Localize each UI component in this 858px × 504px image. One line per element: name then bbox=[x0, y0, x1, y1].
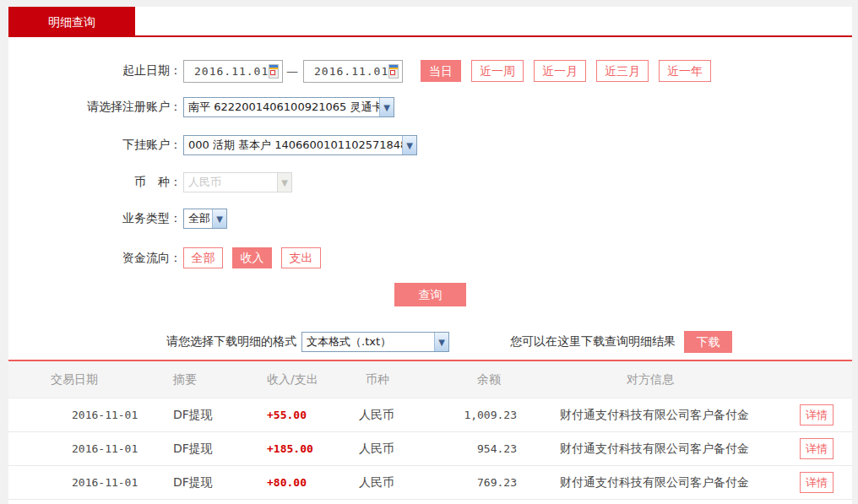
fund-flow-income-button[interactable]: 收入 bbox=[232, 247, 272, 268]
col-header-currency: 币种 bbox=[342, 361, 452, 398]
transactions-table: 交易日期 摘要 收入/支出 币种 余额 对方信息 2016-11-01 DF提现… bbox=[8, 360, 852, 500]
registered-account-select[interactable]: 南平 6222001406100921065 灵通卡 ▼ bbox=[183, 97, 394, 117]
calendar-icon[interactable] bbox=[388, 64, 399, 79]
sub-account-value: 000 活期 基本户 1406600101102571848 bbox=[184, 138, 402, 153]
quick-range-week-button[interactable]: 近一周 bbox=[471, 60, 524, 82]
table-header-row: 交易日期 摘要 收入/支出 币种 余额 对方信息 bbox=[8, 361, 852, 398]
chevron-down-icon: ▼ bbox=[434, 333, 448, 351]
table-row: 2016-11-01 DF提现 +80.00 人民币 769.23 财付通支付科… bbox=[8, 466, 852, 500]
download-button[interactable]: 下载 bbox=[684, 331, 732, 353]
fund-flow-expense-button[interactable]: 支出 bbox=[281, 247, 321, 268]
query-row: 查询 bbox=[8, 283, 852, 306]
cell-date: 2016-11-01 bbox=[8, 398, 152, 432]
col-header-date: 交易日期 bbox=[8, 361, 152, 398]
registered-account-row: 请选择注册账户： 南平 6222001406100921065 灵通卡 ▼ bbox=[8, 97, 852, 117]
fund-flow-row: 资金流向： 全部 收入 支出 bbox=[8, 247, 852, 268]
date-range-label: 起止日期： bbox=[8, 63, 182, 79]
cell-counterparty: 财付通支付科技有限公司客户备付金 bbox=[545, 432, 781, 466]
detail-button[interactable]: 详情 bbox=[800, 404, 834, 425]
cell-summary: DF提现 bbox=[152, 466, 245, 500]
chevron-down-icon: ▼ bbox=[277, 173, 291, 192]
query-button[interactable]: 查询 bbox=[394, 283, 466, 306]
table-row: 2016-11-01 DF提现 +55.00 人民币 1,009.23 财付通支… bbox=[8, 398, 852, 432]
download-format-select[interactable]: 文本格式（.txt） ▼ bbox=[301, 332, 449, 352]
tab-detail-query[interactable]: 明细查询 bbox=[8, 7, 135, 37]
col-header-amount: 收入/支出 bbox=[245, 361, 342, 398]
fund-flow-all-button[interactable]: 全部 bbox=[183, 247, 223, 268]
cell-counterparty: 财付通支付科技有限公司客户备付金 bbox=[545, 466, 781, 500]
quick-range-quarter-button[interactable]: 近三月 bbox=[596, 60, 649, 82]
end-date-input[interactable]: 2016.11.01 bbox=[303, 60, 403, 83]
cell-action: 详情 bbox=[781, 398, 852, 432]
cell-action: 详情 bbox=[781, 466, 852, 500]
cell-balance: 954.23 bbox=[452, 432, 545, 466]
col-header-summary: 摘要 bbox=[152, 361, 245, 398]
cell-currency: 人民币 bbox=[342, 432, 452, 466]
currency-label: 币 种： bbox=[8, 175, 182, 190]
cell-balance: 769.23 bbox=[452, 466, 545, 500]
registered-account-label: 请选择注册账户： bbox=[8, 100, 182, 115]
col-header-balance: 余额 bbox=[452, 361, 545, 398]
cell-currency: 人民币 bbox=[342, 466, 452, 500]
page: { "tab": { "label": "明细查询" }, "form": { … bbox=[0, 0, 858, 504]
currency-value: 人民币 bbox=[184, 175, 221, 190]
chevron-down-icon: ▼ bbox=[379, 98, 394, 117]
currency-select: 人民币 ▼ bbox=[183, 172, 292, 192]
end-date-value: 2016.11.01 bbox=[304, 65, 388, 78]
download-hint: 您可以在这里下载查询明细结果 bbox=[510, 334, 676, 350]
cell-counterparty: 财付通支付科技有限公司客户备付金 bbox=[545, 398, 781, 432]
sub-account-row: 下挂账户： 000 活期 基本户 1406600101102571848 ▼ bbox=[8, 135, 852, 155]
detail-button[interactable]: 详情 bbox=[800, 438, 834, 459]
chevron-down-icon: ▼ bbox=[402, 136, 416, 154]
currency-row: 币 种： 人民币 ▼ bbox=[8, 172, 852, 192]
tab-bar: 明细查询 bbox=[8, 7, 852, 37]
col-header-action bbox=[781, 361, 852, 398]
cell-balance: 1,009.23 bbox=[452, 398, 545, 432]
fund-flow-label: 资金流向： bbox=[8, 251, 182, 266]
download-format-value: 文本格式（.txt） bbox=[302, 334, 391, 350]
registered-account-value: 南平 6222001406100921065 灵通卡 bbox=[184, 100, 379, 115]
date-separator: — bbox=[286, 64, 298, 78]
start-date-value: 2016.11.01 bbox=[184, 65, 269, 78]
cell-amount: +55.00 bbox=[245, 398, 342, 432]
date-range-row: 起止日期： 2016.11.01 — 2016.11.01 当日 近一周 近一月… bbox=[8, 59, 852, 83]
cell-date: 2016-11-01 bbox=[8, 466, 152, 500]
sub-account-select[interactable]: 000 活期 基本户 1406600101102571848 ▼ bbox=[183, 135, 417, 155]
business-type-row: 业务类型： 全部 ▼ bbox=[8, 209, 852, 229]
col-header-counterparty: 对方信息 bbox=[545, 361, 781, 398]
calendar-icon[interactable] bbox=[269, 64, 279, 79]
cell-amount: +185.00 bbox=[245, 432, 342, 466]
download-format-label: 请您选择下载明细的格式 bbox=[166, 334, 296, 350]
cell-date: 2016-11-01 bbox=[8, 432, 152, 466]
quick-range-month-button[interactable]: 近一月 bbox=[534, 60, 586, 82]
business-type-select[interactable]: 全部 ▼ bbox=[183, 209, 227, 229]
sub-account-label: 下挂账户： bbox=[8, 138, 182, 153]
quick-range-year-button[interactable]: 近一年 bbox=[659, 60, 711, 82]
quick-range-today-button[interactable]: 当日 bbox=[421, 60, 461, 82]
cell-summary: DF提现 bbox=[152, 398, 245, 432]
business-type-label: 业务类型： bbox=[8, 211, 182, 226]
table-row: 2016-11-01 DF提现 +185.00 人民币 954.23 财付通支付… bbox=[8, 432, 852, 466]
cell-action: 详情 bbox=[781, 432, 852, 466]
cell-currency: 人民币 bbox=[342, 398, 452, 432]
detail-button[interactable]: 详情 bbox=[800, 472, 834, 493]
content-panel: 明细查询 起止日期： 2016.11.01 — 2016.11.01 当日 近一… bbox=[8, 7, 852, 504]
cell-amount: +80.00 bbox=[245, 466, 342, 500]
cell-summary: DF提现 bbox=[152, 432, 245, 466]
start-date-input[interactable]: 2016.11.01 bbox=[183, 60, 283, 83]
business-type-value: 全部 bbox=[184, 211, 210, 226]
download-row: 请您选择下载明细的格式 文本格式（.txt） ▼ 您可以在这里下载查询明细结果 … bbox=[8, 331, 852, 353]
chevron-down-icon: ▼ bbox=[212, 209, 226, 228]
